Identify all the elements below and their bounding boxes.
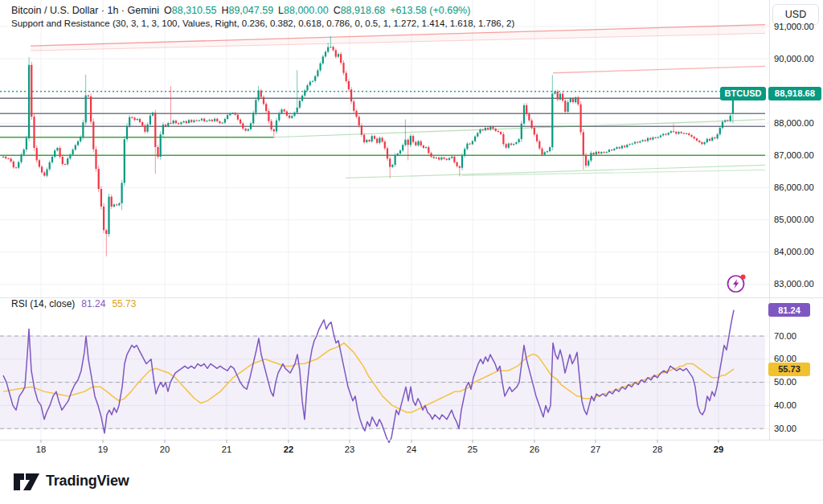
price-axis-label: 84,000.00 bbox=[774, 247, 814, 257]
chart-canvas[interactable] bbox=[0, 0, 823, 462]
time-axis-label: 22 bbox=[284, 445, 293, 454]
time-axis-label: 26 bbox=[530, 445, 539, 454]
price-axis-label: 86,000.00 bbox=[774, 182, 814, 193]
change-value: +613.58 (+0.69%) bbox=[390, 5, 470, 16]
time-axis-label: 27 bbox=[591, 445, 600, 454]
ohlc-item: C88,918.68 bbox=[334, 5, 386, 16]
last-price-tag: 88,918.68 bbox=[768, 87, 821, 100]
time-axis-label: 28 bbox=[653, 445, 662, 454]
time-axis-label: 29 bbox=[714, 445, 723, 454]
time-axis-label: 24 bbox=[407, 445, 416, 454]
tradingview-logo-text: TradingView bbox=[46, 473, 129, 490]
time-axis-label: 19 bbox=[98, 445, 108, 454]
rsi-title[interactable]: RSI (14, close) bbox=[11, 298, 75, 309]
time-axis-label: 23 bbox=[345, 445, 354, 454]
price-axis-label: 85,000.00 bbox=[774, 215, 814, 225]
symbol-info-bar: Bitcoin / U.S. Dollar · 1h · Gemini O88,… bbox=[11, 5, 470, 16]
rsi-axis-label: 30.00 bbox=[774, 424, 796, 434]
price-axis-label: 87,000.00 bbox=[774, 150, 814, 161]
ohlc-item: O88,310.55 bbox=[164, 5, 216, 16]
last-price-symbol-tag: BTCUSD bbox=[720, 87, 766, 100]
tradingview-glyph-icon bbox=[13, 470, 40, 491]
rsi-value: 81.24 bbox=[81, 298, 105, 309]
ohlc-item: L88,000.00 bbox=[278, 5, 329, 16]
tradingview-logo[interactable]: TradingView bbox=[13, 470, 129, 491]
symbol-title[interactable]: Bitcoin / U.S. Dollar · 1h · Gemini bbox=[11, 5, 159, 16]
flash-boost-icon[interactable] bbox=[725, 272, 747, 294]
indicator-title-rsi[interactable]: RSI (14, close) 81.24 55.73 bbox=[11, 298, 136, 309]
time-axis-label: 20 bbox=[160, 445, 170, 454]
price-axis-label: 83,000.00 bbox=[774, 279, 814, 289]
rsi-ma-value: 55.73 bbox=[112, 298, 136, 309]
rsi-value-tag: 81.24 bbox=[768, 303, 810, 317]
indicator-title-support-resistance[interactable]: Support and Resistance (30, 3, 1, 3, 100… bbox=[11, 18, 514, 28]
price-axis-label: 91,000.00 bbox=[774, 22, 814, 32]
rsi-axis-label: 70.00 bbox=[774, 331, 796, 342]
tradingview-chart-window: Bitcoin / U.S. Dollar · 1h · Gemini O88,… bbox=[0, 0, 823, 504]
time-axis-label: 18 bbox=[36, 445, 46, 454]
ohlc-values: O88,310.55H89,047.59L88,000.00C88,918.68 bbox=[164, 5, 385, 16]
price-axis-label: 88,000.00 bbox=[774, 118, 814, 129]
price-axis-label: 90,000.00 bbox=[774, 54, 814, 64]
rsi-axis-label: 50.00 bbox=[774, 377, 796, 387]
ohlc-item: H89,047.59 bbox=[221, 5, 273, 16]
rsi-axis-label: 60.00 bbox=[774, 354, 796, 364]
time-axis-label: 25 bbox=[468, 445, 477, 454]
rsi-axis-label: 40.00 bbox=[774, 400, 796, 411]
time-axis-label: 21 bbox=[222, 445, 231, 454]
